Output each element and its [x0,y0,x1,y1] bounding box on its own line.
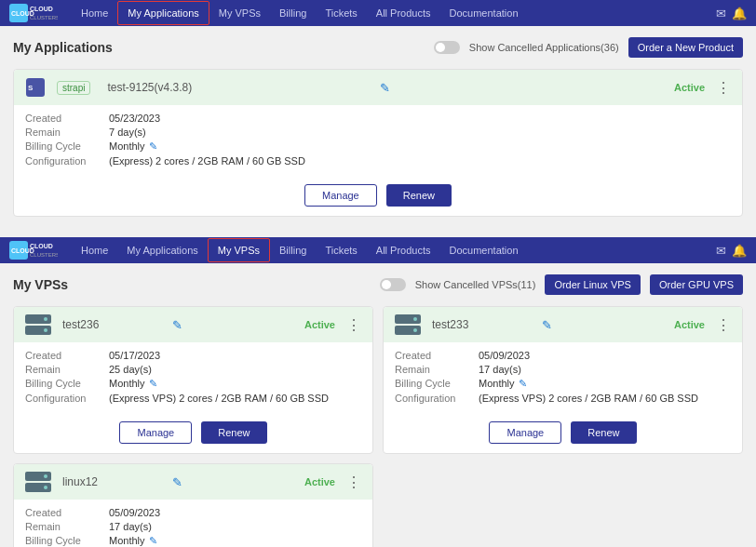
email-icon-1[interactable]: ✉ [716,7,726,20]
svg-text:S: S [28,84,34,92]
vps-bottom-edit-icon[interactable]: ✎ [172,475,182,489]
app-config-value: (Express) 2 cores / 2GB RAM / 60 GB SSD [109,155,305,167]
application-card-body: Created 05/23/2023 Remain 7 day(s) Billi… [14,105,742,177]
applications-header-right: Show Cancelled Applications(36) Order a … [434,37,743,58]
app-manage-button[interactable]: Manage [304,184,377,207]
vps-1-billing-label: Billing Cycle [395,378,479,390]
vps-0-created-value: 05/17/2023 [109,350,160,361]
nav-all-products-1[interactable]: All Products [367,2,440,24]
vpss-grid: test236 ✎ Active ⋮ Created 05/17/2023 Re… [13,306,743,454]
app-menu-icon[interactable]: ⋮ [716,79,731,97]
app-created-row: Created 05/23/2023 [25,113,731,124]
order-linux-vps-button[interactable]: Order Linux VPS [545,274,641,295]
cancelled-apps-toggle[interactable] [434,41,460,54]
nav-documentation-2[interactable]: Documentation [440,239,528,261]
vps-1-body: Created 05/09/2023 Remain 17 day(s) Bill… [384,342,742,414]
nav-billing-2[interactable]: Billing [270,239,316,261]
nav-my-applications-1[interactable]: My Applications [117,1,209,25]
vps-card-bottom: linux12 ✎ Active ⋮ Created 05/09/2023 Re… [13,463,373,547]
vps-1-config-value: (Express VPS) 2 cores / 2GB RAM / 60 GB … [479,393,698,404]
vps-0-config-row: Configuration (Express VPS) 2 cores / 2G… [25,393,361,404]
vps-0-menu-icon[interactable]: ⋮ [346,316,361,334]
app-renew-button[interactable]: Renew [386,184,452,207]
app-edit-icon[interactable]: ✎ [380,81,390,95]
vps-bottom-menu-icon[interactable]: ⋮ [346,474,361,491]
vps-0-edit-icon[interactable]: ✎ [172,318,182,332]
app-billing-value: Monthly [109,140,145,153]
bell-icon-2[interactable]: 🔔 [732,244,747,258]
vpss-title: My VPSs [13,277,68,292]
nav-all-products-2[interactable]: All Products [367,239,440,261]
vps-bottom-card-wrapper: linux12 ✎ Active ⋮ Created 05/09/2023 Re… [13,463,373,547]
vps-1-created-label: Created [395,350,479,361]
logo-2[interactable]: CLOUD CLOUD CLUSTERS [9,240,58,260]
app-remain-row: Remain 7 day(s) [25,127,731,138]
app-billing-edit-icon[interactable]: ✎ [149,140,157,153]
logo[interactable]: CLOUD CLOUD CLUSTERS [9,3,58,23]
vps-0-status: Active [304,319,335,330]
vps-bottom-remain-row: Remain 17 day(s) [25,521,361,532]
vps-0-billing-edit-icon[interactable]: ✎ [149,378,157,390]
application-card-header: S strapi test-9125(v4.3.8) ✎ Active ⋮ [14,70,742,105]
svg-point-16 [413,317,417,321]
vps-1-billing-value: Monthly [479,378,515,390]
vps-0-body: Created 05/17/2023 Remain 25 day(s) Bill… [14,342,372,414]
vps-1-billing-edit-icon[interactable]: ✎ [519,378,527,390]
bell-icon-1[interactable]: 🔔 [732,7,747,20]
vps-bottom-created-label: Created [25,507,109,518]
vps-1-config-label: Configuration [395,393,479,404]
vps-0-billing-row: Billing Cycle Monthly ✎ [25,378,361,390]
vps-bottom-created-value: 05/09/2023 [109,507,160,518]
nav-tickets-2[interactable]: Tickets [316,239,366,261]
vps-1-edit-icon[interactable]: ✎ [542,318,552,332]
server-icon-bottom [25,472,51,492]
nav-home-2[interactable]: Home [72,239,117,261]
vps-card-1: test233 ✎ Active ⋮ Created 05/09/2023 Re… [383,306,743,454]
nav-documentation-1[interactable]: Documentation [440,2,528,24]
vps-bottom-billing-row: Billing Cycle Monthly ✎ [25,535,361,547]
vps-0-config-label: Configuration [25,393,109,404]
nav-tickets-1[interactable]: Tickets [316,2,366,24]
navbar-vpss: CLOUD CLOUD CLUSTERS Home My Application… [0,237,756,263]
app-name: test-9125(v4.3.8) [107,81,369,94]
nav-billing-1[interactable]: Billing [270,2,316,24]
nav-my-vpss-2[interactable]: My VPSs [208,238,270,262]
vps-1-renew-button[interactable]: Renew [571,421,636,444]
vps-0-manage-button[interactable]: Manage [119,421,192,444]
vps-0-billing-label: Billing Cycle [25,378,109,390]
email-icon-2[interactable]: ✉ [716,244,726,258]
vps-1-menu-icon[interactable]: ⋮ [716,316,731,334]
vps-0-renew-button[interactable]: Renew [201,421,266,444]
cancelled-vpss-label: Show Cancelled VPSs(11) [415,279,536,290]
cancelled-vpss-toggle[interactable] [380,278,406,291]
application-card: S strapi test-9125(v4.3.8) ✎ Active ⋮ Cr… [13,69,743,217]
vps-1-manage-button[interactable]: Manage [489,421,561,444]
vps-0-remain-label: Remain [25,364,109,375]
nav-my-vpss-1[interactable]: My VPSs [209,2,270,24]
vps-1-remain-row: Remain 17 day(s) [395,364,731,375]
vps-card-bottom-header: linux12 ✎ Active ⋮ [14,464,372,500]
app-remain-value: 7 day(s) [109,127,146,138]
strapi-icon: S [25,77,46,98]
vps-bottom-billing-value: Monthly [109,535,145,547]
vps-1-name: test233 [432,318,531,331]
vpss-section: My VPSs Show Cancelled VPSs(11) Order Li… [0,263,756,547]
vps-1-remain-label: Remain [395,364,479,375]
vps-bottom-body: Created 05/09/2023 Remain 17 day(s) Bill… [14,500,372,547]
cancelled-apps-label: Show Cancelled Applications(36) [469,42,619,53]
order-gpu-vps-button[interactable]: Order GPU VPS [650,274,743,295]
vps-bottom-billing-edit-icon[interactable]: ✎ [149,535,157,547]
vps-0-created-label: Created [25,350,109,361]
app-billing-label: Billing Cycle [25,140,109,153]
vps-bottom-status: Active [304,476,335,487]
nav-my-applications-2[interactable]: My Applications [117,239,207,261]
vps-0-actions: Manage Renew [14,414,372,453]
vps-0-remain-row: Remain 25 day(s) [25,364,361,375]
order-new-product-button[interactable]: Order a New Product [628,37,743,58]
app-created-label: Created [25,113,109,124]
nav-home-1[interactable]: Home [72,2,117,24]
app-billing-row: Billing Cycle Monthly ✎ [25,140,731,153]
app-created-value: 05/23/2023 [109,113,160,124]
vps-bottom-name: linux12 [62,475,161,488]
vps-0-config-value: (Express VPS) 2 cores / 2GB RAM / 60 GB … [109,393,329,404]
